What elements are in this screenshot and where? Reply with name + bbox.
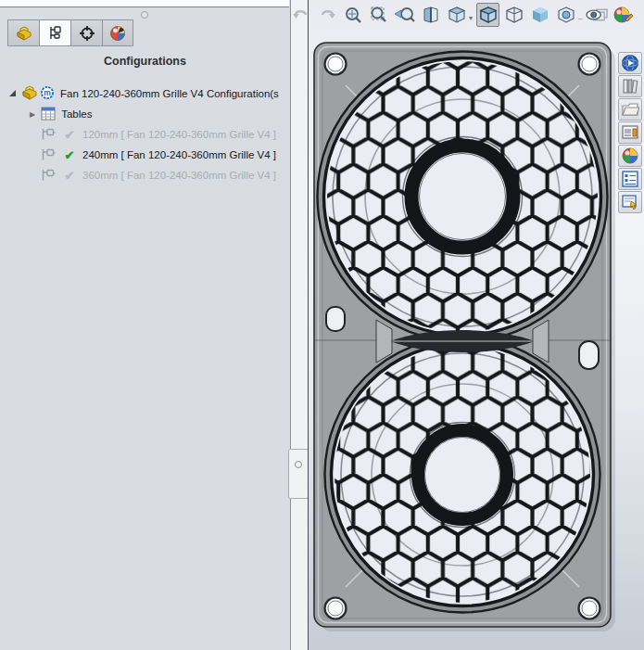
configuration-label: 240mm [ Fan 120-240-360mm Grille V4 ] <box>82 149 276 160</box>
solidworks-resources-button[interactable] <box>618 52 642 74</box>
corner-hole <box>579 598 600 619</box>
panel-top-bar <box>0 0 289 7</box>
zoom-to-area-button[interactable] <box>367 3 390 27</box>
bottom-fan-grille[interactable] <box>325 338 600 613</box>
splitter-grip-icon <box>295 461 302 468</box>
display-style-wireframe-button[interactable] <box>502 3 525 27</box>
dropdown-dash-icon[interactable]: – <box>578 14 582 22</box>
top-fan-grille[interactable] <box>318 52 608 342</box>
undo-button[interactable] <box>289 3 312 27</box>
previous-view-button[interactable] <box>393 3 416 27</box>
expand-collapse-icon[interactable] <box>9 90 16 96</box>
tab-feature-manager[interactable] <box>7 19 39 46</box>
corner-hole <box>325 54 347 75</box>
splitter-handle[interactable] <box>288 449 309 499</box>
file-explorer-button[interactable] <box>618 98 642 121</box>
configuration-row[interactable]: ✔ 120mm [ Fan 120-240-360mm Grille V4 ] <box>0 124 290 145</box>
configuration-label: 120mm [ Fan 120-240-360mm Grille V4 ] <box>82 129 276 140</box>
graphics-viewport[interactable] <box>308 0 644 650</box>
root-configuration-label: Fan 120-240-360mm Grille V4 Configuratio… <box>60 88 279 99</box>
manager-panel: Configurations m <box>0 0 291 650</box>
manager-tab-bar <box>7 19 133 46</box>
expand-collapse-icon[interactable]: ▶ <box>30 110 35 119</box>
tab-dimxpert-manager[interactable] <box>70 19 102 46</box>
corner-hole <box>579 54 600 75</box>
display-style-shaded-button[interactable] <box>528 3 551 27</box>
configuration-tree: m Fan 120-240-360mm Grille V4 Configurat… <box>0 83 290 185</box>
section-view-button[interactable] <box>419 3 442 27</box>
active-configuration-check-icon: ✔ <box>62 128 77 142</box>
heads-up-view-toolbar: ▾ – <box>289 2 635 28</box>
redo-button[interactable] <box>315 3 338 27</box>
panel-title: Configurations <box>0 55 290 68</box>
design-library-button[interactable] <box>618 75 642 97</box>
svg-text:m: m <box>44 88 51 97</box>
panel-viewport-splitter[interactable] <box>291 0 308 650</box>
panel-horizontal-splitter[interactable] <box>0 7 289 19</box>
display-style-shaded-edges-button[interactable] <box>476 3 499 27</box>
part-icon <box>16 26 32 41</box>
tree-tables-row[interactable]: ▶ Tables <box>0 104 290 124</box>
zoom-to-fit-button[interactable] <box>341 3 364 27</box>
configuration-row[interactable]: ✔ 360mm [ Fan 120-240-360mm Grille V4 ] <box>0 165 290 185</box>
configuration-flag-icon <box>41 147 57 163</box>
side-slot-hole <box>579 341 599 369</box>
configuration-rows: ✔ 120mm [ Fan 120-240-360mm Grille V4 ] … <box>0 124 290 185</box>
configuration-label: 360mm [ Fan 120-240-360mm Grille V4 ] <box>82 170 276 181</box>
hide-show-items-button[interactable] <box>586 3 609 27</box>
side-slot-hole <box>326 307 345 331</box>
configuration-gear-icon: m <box>40 85 55 102</box>
part-icon <box>21 85 38 102</box>
view-palette-button[interactable] <box>618 121 642 144</box>
display-manager-ball-icon <box>109 25 126 42</box>
corner-hole <box>325 598 347 619</box>
tree-root-row[interactable]: m Fan 120-240-360mm Grille V4 Configurat… <box>0 83 290 104</box>
task-pane-toolbar <box>618 52 642 213</box>
tables-icon <box>41 107 56 122</box>
custom-properties-button[interactable] <box>618 168 642 190</box>
dimxpert-target-icon <box>79 25 95 42</box>
tab-configuration-manager[interactable] <box>39 19 70 46</box>
active-configuration-check-icon: ✔ <box>62 148 77 162</box>
tables-label: Tables <box>61 108 92 120</box>
dropdown-arrow-icon[interactable]: ▾ <box>469 14 473 22</box>
fan-grille-model[interactable] <box>309 0 644 650</box>
view-orientation-button[interactable] <box>554 3 577 27</box>
splitter-grip-icon <box>141 11 148 19</box>
configuration-manager-icon <box>47 25 63 41</box>
annotation-views-button[interactable] <box>445 3 468 27</box>
edit-appearance-button[interactable] <box>612 3 635 27</box>
active-configuration-check-icon: ✔ <box>62 169 77 183</box>
solidworks-window: Configurations m <box>0 0 644 650</box>
configuration-flag-icon <box>41 168 57 184</box>
configuration-flag-icon <box>41 127 57 143</box>
configuration-row[interactable]: ✔ 240mm [ Fan 120-240-360mm Grille V4 ] <box>0 145 290 165</box>
tab-display-manager[interactable] <box>102 19 133 46</box>
appearances-scenes-button[interactable] <box>618 145 642 167</box>
solidworks-add-ins-button[interactable] <box>618 191 642 213</box>
